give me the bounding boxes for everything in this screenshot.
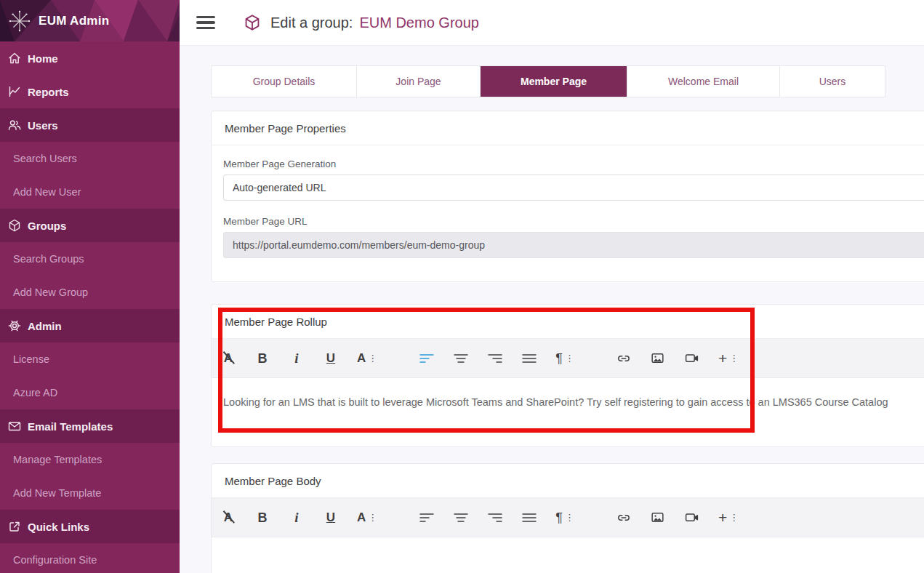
bold-icon[interactable]: B xyxy=(254,350,270,367)
clear-formatting-icon[interactable]: A xyxy=(220,350,236,367)
sidebar-item-label: Email Templates xyxy=(28,420,113,433)
dropdown-dots-icon: ⋮ xyxy=(565,353,574,363)
sidebar-item-label: Add New Template xyxy=(13,487,101,499)
tab-join-page[interactable]: Join Page xyxy=(357,66,481,97)
rollup-editor-content[interactable]: Looking for an LMS that is built to leve… xyxy=(212,378,924,446)
member-page-generation-select[interactable]: Auto-generated URL xyxy=(223,175,924,201)
sidebar-item-configuration-site[interactable]: Configuration Site xyxy=(0,543,180,573)
sidebar-item-label: Groups xyxy=(28,220,66,232)
sidebar-item-manage-templates[interactable]: Manage Templates xyxy=(0,443,180,476)
external-link-icon xyxy=(7,518,23,534)
sidebar: EUM Admin HomeReportsUsersSearch UsersAd… xyxy=(0,0,180,573)
main-area: Edit a group: EUM Demo Group Group Detai… xyxy=(180,0,924,573)
sidebar-item-add-new-group[interactable]: Add New Group xyxy=(0,276,180,309)
italic-icon[interactable]: i xyxy=(289,350,305,367)
tab-group-details[interactable]: Group Details xyxy=(212,66,357,97)
italic-icon[interactable]: i xyxy=(289,509,305,526)
sidebar-item-label: Azure AD xyxy=(13,387,57,398)
groups-icon xyxy=(7,217,23,233)
insert-link-icon[interactable] xyxy=(616,509,632,526)
justify-icon[interactable] xyxy=(521,350,537,367)
sidebar-item-search-users[interactable]: Search Users xyxy=(0,142,180,175)
sidebar-item-users[interactable]: Users xyxy=(0,108,180,142)
member-page-rollup-card: Member Page Rollup ABiUA⋮¶⋮+⋮ Looking fo… xyxy=(211,304,924,447)
member-page-properties-card: Member Page Properties Member Page Gener… xyxy=(211,111,924,282)
admin-gear-icon xyxy=(7,318,23,334)
align-left-icon[interactable] xyxy=(419,509,435,526)
underline-icon[interactable]: U xyxy=(323,350,339,367)
sidebar-item-label: License xyxy=(13,353,49,365)
member-page-url-label: Member Page URL xyxy=(223,216,924,227)
group-cube-icon xyxy=(243,13,262,32)
sidebar-item-add-new-user[interactable]: Add New User xyxy=(0,175,180,209)
bold-icon[interactable]: B xyxy=(254,509,270,526)
font-options-icon[interactable]: A⋮ xyxy=(357,509,377,526)
font-options-icon[interactable]: A⋮ xyxy=(357,350,377,367)
sidebar-item-add-new-template[interactable]: Add New Template xyxy=(0,476,180,510)
sidebar-nav: HomeReportsUsersSearch UsersAdd New User… xyxy=(0,41,180,573)
align-center-icon[interactable] xyxy=(453,350,469,367)
sidebar-item-groups[interactable]: Groups xyxy=(0,209,180,242)
sidebar-item-label: Search Users xyxy=(13,153,77,164)
users-icon xyxy=(7,117,23,133)
sidebar-item-label: Admin xyxy=(28,320,62,332)
clear-formatting-icon[interactable]: A xyxy=(220,509,236,526)
insert-image-icon[interactable] xyxy=(650,350,666,367)
align-center-icon[interactable] xyxy=(453,509,469,526)
align-right-icon[interactable] xyxy=(487,350,503,367)
group-name: EUM Demo Group xyxy=(359,15,479,31)
more-options-icon[interactable]: +⋮ xyxy=(718,509,739,526)
sidebar-item-search-groups[interactable]: Search Groups xyxy=(0,242,180,276)
member-page-url-input[interactable]: https://portal.eumdemo.com/members/eum-d… xyxy=(223,232,924,258)
content-area: Group DetailsJoin PageMember PageWelcome… xyxy=(180,46,924,573)
sidebar-item-license[interactable]: License xyxy=(0,342,180,376)
sidebar-item-admin[interactable]: Admin xyxy=(0,309,180,342)
insert-image-icon[interactable] xyxy=(650,509,666,526)
insert-video-icon[interactable] xyxy=(684,509,700,526)
sidebar-item-azure-ad[interactable]: Azure AD xyxy=(0,376,180,409)
paragraph-options-icon[interactable]: ¶⋮ xyxy=(555,509,574,526)
starburst-logo-icon xyxy=(7,9,32,33)
align-left-icon[interactable] xyxy=(419,350,435,367)
dropdown-dots-icon: ⋮ xyxy=(729,353,739,363)
sidebar-item-reports[interactable]: Reports xyxy=(0,75,180,108)
underline-icon[interactable]: U xyxy=(323,509,339,526)
justify-icon[interactable] xyxy=(521,509,537,526)
page-title: Edit a group: xyxy=(270,15,353,31)
tab-member-page[interactable]: Member Page xyxy=(481,66,627,97)
tab-welcome-email[interactable]: Welcome Email xyxy=(627,66,780,97)
body-editor-content[interactable] xyxy=(212,537,924,573)
sidebar-item-label: Users xyxy=(28,119,58,132)
sidebar-item-label: Quick Links xyxy=(28,521,89,533)
insert-video-icon[interactable] xyxy=(684,350,700,367)
sidebar-item-label: Add New User xyxy=(13,186,81,198)
tab-bar: Group DetailsJoin PageMember PageWelcome… xyxy=(211,65,885,97)
more-options-icon[interactable]: +⋮ xyxy=(718,350,739,367)
dropdown-dots-icon: ⋮ xyxy=(729,513,739,522)
sidebar-item-label: Manage Templates xyxy=(13,454,102,465)
dropdown-dots-icon: ⋮ xyxy=(565,513,574,522)
align-right-icon[interactable] xyxy=(487,509,503,526)
topbar: Edit a group: EUM Demo Group xyxy=(180,0,924,46)
card-title: Member Page Rollup xyxy=(212,305,924,339)
sidebar-item-label: Reports xyxy=(28,86,69,98)
card-title: Member Page Body xyxy=(212,464,924,498)
app-window: EUM Admin HomeReportsUsersSearch UsersAd… xyxy=(0,0,924,573)
dropdown-dots-icon: ⋮ xyxy=(368,513,377,522)
app-title: EUM Admin xyxy=(39,14,109,28)
home-icon xyxy=(7,50,23,66)
app-logo: EUM Admin xyxy=(0,0,180,41)
paragraph-options-icon[interactable]: ¶⋮ xyxy=(555,350,574,367)
tab-users[interactable]: Users xyxy=(780,66,885,97)
hamburger-menu-icon[interactable] xyxy=(196,16,215,30)
sidebar-item-label: Configuration Site xyxy=(13,554,97,566)
sidebar-item-label: Home xyxy=(28,52,58,65)
insert-link-icon[interactable] xyxy=(616,350,632,367)
sidebar-item-home[interactable]: Home xyxy=(0,41,180,75)
sidebar-item-email-templates[interactable]: Email Templates xyxy=(0,409,180,443)
reports-icon xyxy=(7,84,23,100)
sidebar-item-quick-links[interactable]: Quick Links xyxy=(0,510,180,543)
editor-toolbar: ABiUA⋮¶⋮+⋮ xyxy=(212,498,924,537)
sidebar-item-label: Add New Group xyxy=(13,286,88,298)
sidebar-item-label: Search Groups xyxy=(13,253,84,265)
